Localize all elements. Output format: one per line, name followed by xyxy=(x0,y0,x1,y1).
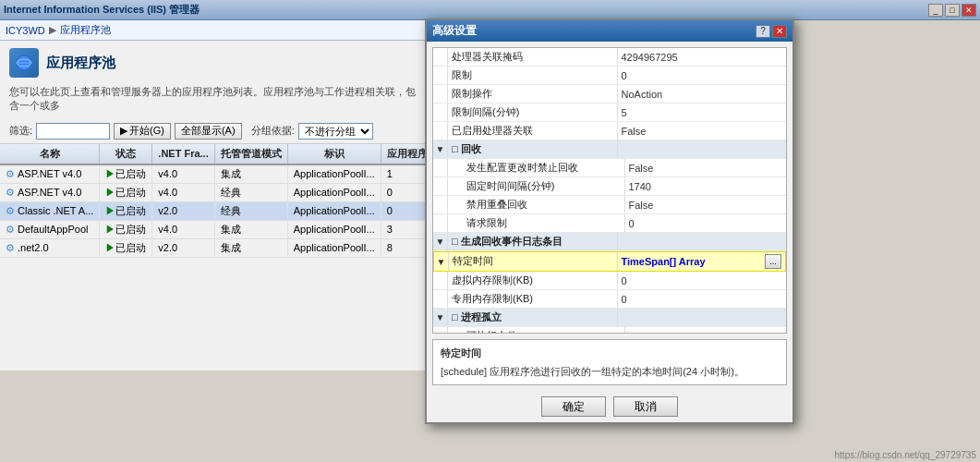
cell-net: v4.0 xyxy=(152,183,214,201)
prop-row[interactable]: ▼ □ 进程孤立 xyxy=(433,309,786,327)
expand-icon[interactable]: ▼ xyxy=(433,140,448,158)
prop-name: 可执行文件 xyxy=(448,327,624,334)
section-value xyxy=(617,140,787,158)
modal-desc-title: 特定时间 xyxy=(441,346,779,361)
description-text: 您可以在此页上查看和管理服务器上的应用程序池列表。应用程序池与工作进程相关联，包… xyxy=(0,81,432,119)
prop-value: False xyxy=(624,196,787,213)
prop-name: 禁用重叠回收 xyxy=(448,196,624,213)
prop-row[interactable]: 请求限制 0 xyxy=(433,214,786,233)
table-row[interactable]: ⚙ASP.NET v4.0 ▶已启动 v4.0 集成 ApplicationPo… xyxy=(0,164,432,184)
breadcrumb-separator: ▶ xyxy=(49,24,56,36)
col-net[interactable]: .NET Fra... xyxy=(152,144,214,164)
prop-name: 已启用处理器关联 xyxy=(448,122,617,140)
expand-icon xyxy=(433,122,448,140)
group-select[interactable]: 不进行分组 xyxy=(298,123,373,140)
status-icon: ▶ xyxy=(105,224,115,235)
cell-id: ApplicationPoolI... xyxy=(287,164,381,184)
prop-row[interactable]: 已启用处理器关联 False xyxy=(433,122,786,140)
start-button[interactable]: ▶ 开始(G) xyxy=(114,123,171,140)
prop-value: 0 xyxy=(617,290,787,308)
expand-icon xyxy=(433,290,448,308)
cell-mode: 经典 xyxy=(214,201,287,220)
cancel-button[interactable]: 取消 xyxy=(613,396,678,417)
prop-row[interactable]: ▼ □ 生成回收事件日志条目 xyxy=(433,233,786,251)
status-icon: ▶ xyxy=(105,205,115,216)
prop-value: 4294967295 xyxy=(617,48,787,66)
modal-footer: 确定 取消 xyxy=(427,391,792,422)
cell-name: ⚙Classic .NET A... xyxy=(0,201,100,220)
prop-row[interactable]: 禁用重叠回收 False xyxy=(433,196,786,214)
prop-row[interactable]: ▼ □ 回收 xyxy=(433,140,786,159)
pool-icon: ⚙ xyxy=(6,205,15,216)
properties-container: 处理器关联掩码 4294967295 限制 0 限制操作 NoAction 限制… xyxy=(432,47,787,334)
prop-row[interactable]: 限制 0 xyxy=(433,67,786,85)
prop-value: NoAction xyxy=(617,85,787,103)
status-icon: ▶ xyxy=(105,187,115,198)
table-row[interactable]: ⚙DefaultAppPool ▶已启动 v4.0 集成 Application… xyxy=(0,220,432,238)
col-status[interactable]: 状态 xyxy=(100,144,152,164)
cell-net: v4.0 xyxy=(152,220,214,238)
title-bar-text: Internet Information Services (IIS) 管理器 xyxy=(4,3,928,17)
minimize-button[interactable]: _ xyxy=(928,4,943,17)
status-icon: ▶ xyxy=(105,168,115,179)
cell-name: ⚙ASP.NET v4.0 xyxy=(0,183,100,201)
table-row[interactable]: ⚙.net2.0 ▶已启动 v2.0 集成 ApplicationPoolI..… xyxy=(0,238,432,257)
start-icon: ▶ xyxy=(120,125,127,137)
pool-icon: ⚙ xyxy=(6,224,15,235)
iis-panel: ICY3WD ▶ 应用程序池 应用程序池 您可以在此页上查看和管理服务器上的应用… xyxy=(0,20,434,371)
breadcrumb-item-1[interactable]: ICY3WD xyxy=(6,25,45,36)
prop-row[interactable]: 限制间隔(分钟) 5 xyxy=(433,103,786,122)
modal-title-buttons: ? ✕ xyxy=(756,25,787,38)
prop-name: 限制 xyxy=(448,67,617,84)
cell-id: ApplicationPoolI... xyxy=(287,238,381,257)
filter-input[interactable] xyxy=(36,123,110,140)
maximize-button[interactable]: □ xyxy=(945,4,960,17)
pool-icon: ⚙ xyxy=(6,187,15,198)
col-mode[interactable]: 托管管道模式 xyxy=(214,144,287,164)
prop-row[interactable]: 限制操作 NoAction xyxy=(433,85,786,103)
breadcrumb-item-2[interactable]: 应用程序池 xyxy=(60,23,111,37)
ok-button[interactable]: 确定 xyxy=(541,396,606,417)
expand-icon[interactable]: ▼ xyxy=(434,252,449,271)
browse-button[interactable]: ... xyxy=(765,254,781,269)
prop-row[interactable]: 可执行文件 xyxy=(433,327,786,334)
prop-row[interactable]: 专用内存限制(KB) 0 xyxy=(433,290,786,309)
expand-icon xyxy=(433,272,448,289)
cell-status: ▶已启动 xyxy=(100,201,152,220)
close-button[interactable]: ✕ xyxy=(962,4,976,17)
section-value xyxy=(617,309,787,326)
cell-mode: 经典 xyxy=(214,183,287,201)
show-all-button[interactable]: 全部显示(A) xyxy=(175,123,242,140)
table-row[interactable]: ⚙ASP.NET v4.0 ▶已启动 v4.0 经典 ApplicationPo… xyxy=(0,183,432,201)
section-name: □ 进程孤立 xyxy=(448,309,617,326)
cell-net: v2.0 xyxy=(152,201,214,220)
status-icon: ▶ xyxy=(105,242,115,253)
prop-value: 0 xyxy=(617,67,787,84)
cell-net: v2.0 xyxy=(152,238,214,257)
prop-row[interactable]: 处理器关联掩码 4294967295 xyxy=(433,48,786,67)
expand-icon xyxy=(433,85,448,103)
expand-icon[interactable]: ▼ xyxy=(433,233,448,250)
cell-status: ▶已启动 xyxy=(100,238,152,257)
cell-status: ▶已启动 xyxy=(100,183,152,201)
prop-row[interactable]: ▼ 特定时间 TimeSpan[] Array ... xyxy=(433,251,786,272)
col-id[interactable]: 标识 xyxy=(287,144,381,164)
prop-row[interactable]: 发生配置更改时禁止回收 False xyxy=(433,159,786,177)
table-row[interactable]: ⚙Classic .NET A... ▶已启动 v2.0 经典 Applicat… xyxy=(0,201,432,220)
cell-name: ⚙.net2.0 xyxy=(0,238,100,257)
modal-close-button[interactable]: ✕ xyxy=(772,25,787,38)
prop-value: 0 xyxy=(624,214,787,232)
expand-icon xyxy=(433,48,448,66)
modal-title-bar: 高级设置 ? ✕ xyxy=(427,20,792,42)
prop-row[interactable]: 虚拟内存限制(KB) 0 xyxy=(433,272,786,290)
section-name: □ 生成回收事件日志条目 xyxy=(448,233,617,250)
app-pool-icon xyxy=(9,48,39,78)
cell-name: ⚙DefaultAppPool xyxy=(0,220,100,238)
prop-row[interactable]: 固定时间间隔(分钟) 1740 xyxy=(433,177,786,196)
expand-icon[interactable]: ▼ xyxy=(433,309,448,326)
prop-value: False xyxy=(617,122,787,140)
col-name[interactable]: 名称 xyxy=(0,144,100,164)
title-bar-buttons: _ □ ✕ xyxy=(928,4,976,17)
modal-help-button[interactable]: ? xyxy=(756,25,770,38)
prop-name: 发生配置更改时禁止回收 xyxy=(448,159,624,176)
